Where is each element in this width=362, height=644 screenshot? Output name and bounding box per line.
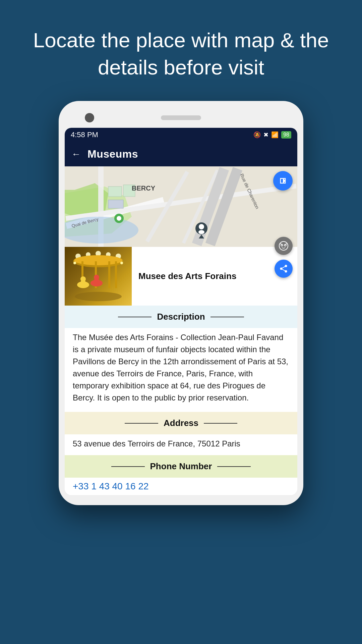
svg-point-42 bbox=[75, 292, 122, 301]
description-section: Description bbox=[65, 306, 297, 328]
svg-point-18 bbox=[117, 216, 121, 221]
back-button[interactable]: ← bbox=[71, 149, 81, 160]
phone-label: Phone Number bbox=[150, 461, 212, 472]
carousel-visual bbox=[65, 247, 132, 306]
description-label: Description bbox=[157, 312, 205, 322]
svg-point-49 bbox=[285, 245, 286, 246]
phone-number[interactable]: +33 1 43 40 16 22 bbox=[65, 478, 297, 495]
svg-point-44 bbox=[120, 262, 123, 264]
svg-point-20 bbox=[199, 224, 204, 229]
wifi-icon: 📶 bbox=[271, 131, 279, 139]
phone-header: Phone Number bbox=[65, 455, 297, 478]
owl-button[interactable] bbox=[275, 237, 293, 255]
place-card: Musee des Arts Forains bbox=[65, 247, 297, 306]
place-name: Musee des Arts Forains bbox=[132, 271, 297, 281]
status-bar: 4:58 PM 🔕 ✖ 📶 98 bbox=[65, 128, 297, 142]
phone-section: Phone Number bbox=[65, 455, 297, 478]
address-label: Address bbox=[164, 418, 198, 428]
phone-speaker bbox=[161, 115, 201, 120]
divider-right bbox=[210, 317, 244, 317]
place-image bbox=[65, 247, 132, 306]
divider-left-3 bbox=[111, 466, 145, 467]
divider-left bbox=[118, 317, 152, 317]
address-section: Address bbox=[65, 412, 297, 434]
svg-line-56 bbox=[281, 269, 286, 271]
svg-rect-35 bbox=[115, 261, 117, 288]
map-view[interactable]: BERCY Rue de Charenton Quai de Bercy bbox=[65, 166, 297, 247]
svg-point-43 bbox=[73, 262, 76, 264]
svg-point-45 bbox=[279, 241, 288, 250]
phone-top-bar bbox=[65, 111, 297, 124]
status-icons: 🔕 ✖ 📶 98 bbox=[253, 131, 291, 139]
phone-screen: 4:58 PM 🔕 ✖ 📶 98 ← Museums bbox=[65, 128, 297, 495]
description-body: The Musée des Arts Forains - Collection … bbox=[65, 328, 297, 412]
page-headline: Locate the place with map & the details … bbox=[0, 0, 362, 101]
address-header: Address bbox=[65, 412, 297, 434]
status-time: 4:58 PM bbox=[71, 130, 98, 139]
svg-point-21 bbox=[198, 230, 204, 234]
app-title: Museums bbox=[87, 148, 138, 160]
svg-point-48 bbox=[282, 245, 283, 246]
svg-line-55 bbox=[281, 266, 286, 269]
svg-rect-12 bbox=[108, 200, 123, 208]
svg-rect-34 bbox=[108, 261, 110, 288]
svg-text:BERCY: BERCY bbox=[132, 184, 156, 192]
divider-right-2 bbox=[204, 423, 237, 424]
description-header: Description bbox=[65, 306, 297, 328]
divider-left-2 bbox=[125, 423, 158, 424]
phone-mockup: 4:58 PM 🔕 ✖ 📶 98 ← Museums bbox=[59, 101, 303, 505]
svg-point-41 bbox=[94, 275, 99, 280]
address-body: 53 avenue des Terroirs de France, 75012 … bbox=[65, 434, 297, 455]
divider-right-3 bbox=[217, 466, 251, 467]
battery-indicator: 98 bbox=[281, 131, 291, 139]
phone-camera bbox=[85, 113, 94, 122]
app-bar: ← Museums bbox=[65, 142, 297, 166]
share-button[interactable] bbox=[275, 260, 293, 278]
svg-rect-10 bbox=[108, 186, 122, 197]
navigate-button[interactable] bbox=[273, 171, 293, 191]
svg-point-38 bbox=[80, 276, 86, 282]
sim-icon: ✖ bbox=[263, 131, 268, 139]
mute-icon: 🔕 bbox=[253, 131, 261, 139]
